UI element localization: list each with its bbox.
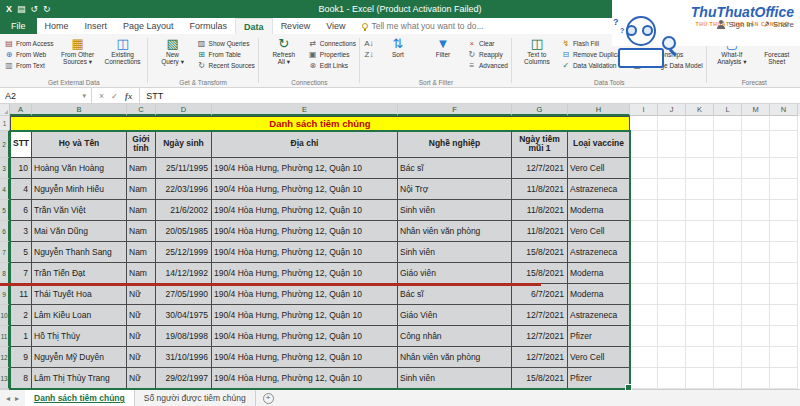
new-sheet-button[interactable]: + — [263, 393, 274, 404]
existing-connections-button[interactable]: ◫Existing Connections — [102, 36, 144, 66]
cell[interactable] — [742, 116, 770, 131]
cell[interactable]: Trần Văn Việt — [32, 200, 127, 221]
cell[interactable]: 15/8/2021 — [512, 242, 568, 263]
cell[interactable]: Bác sĩ — [398, 284, 512, 305]
cell[interactable] — [630, 221, 658, 242]
cell[interactable]: Giáo Viên — [398, 305, 512, 326]
column-header-j[interactable]: J — [658, 104, 686, 116]
refresh-all-button[interactable]: ↻Refresh All ▾ — [263, 36, 305, 66]
cell[interactable]: 190/4 Hòa Hưng, Phường 12, Quận 10 — [212, 326, 398, 347]
properties-button[interactable]: ▣Properties — [308, 50, 356, 59]
column-header-d[interactable]: D — [156, 104, 212, 116]
cell[interactable] — [686, 368, 714, 389]
cell[interactable] — [714, 221, 742, 242]
column-header-h[interactable]: H — [568, 104, 630, 116]
cell[interactable]: Nam — [127, 221, 156, 242]
row-header[interactable]: 4 — [0, 179, 10, 200]
ribbon-tab-page-layout[interactable]: Page Layout — [115, 18, 182, 34]
cell[interactable]: 2 — [10, 305, 32, 326]
cancel-icon[interactable]: × — [99, 91, 104, 101]
tell-me-box[interactable]: Tell me what you want to do... — [362, 18, 484, 34]
cell[interactable]: 190/4 Hòa Hưng, Phường 12, Quận 10 — [212, 179, 398, 200]
ribbon-tab-review[interactable]: Review — [273, 18, 319, 34]
cell[interactable]: 14/12/1992 — [156, 263, 212, 284]
column-header-g[interactable]: G — [512, 104, 568, 116]
clear-button[interactable]: ×Clear — [467, 39, 508, 48]
cell[interactable] — [714, 242, 742, 263]
cell[interactable] — [714, 305, 742, 326]
header-cell[interactable]: Nghề nghiệp — [398, 131, 512, 158]
cell[interactable]: 20/05/1985 — [156, 221, 212, 242]
cell[interactable]: Lâm Kiều Loan — [32, 305, 127, 326]
cell[interactable]: Nam — [127, 158, 156, 179]
cell[interactable] — [770, 200, 798, 221]
cell[interactable] — [714, 158, 742, 179]
column-header-i[interactable]: I — [630, 104, 658, 116]
cell[interactable] — [714, 200, 742, 221]
redo-icon[interactable]: ↻ — [43, 5, 51, 14]
column-header-m[interactable]: M — [742, 104, 770, 116]
cell[interactable]: Lâm Thị Thùy Trang — [32, 368, 127, 389]
cell[interactable]: Giáo viên — [398, 263, 512, 284]
ribbon-tab-insert[interactable]: Insert — [77, 18, 116, 34]
cell[interactable] — [770, 326, 798, 347]
cell[interactable]: Astrazeneca — [568, 242, 630, 263]
cell[interactable] — [630, 368, 658, 389]
header-cell[interactable]: STT — [10, 131, 32, 158]
cell[interactable]: 4 — [10, 179, 32, 200]
cell[interactable]: Bác sĩ — [398, 158, 512, 179]
insert-function-icon[interactable]: fx — [125, 91, 132, 101]
row-header[interactable]: 5 — [0, 200, 10, 221]
sheet-tab-so-nguoi-duoc-tiem-chung[interactable]: Số người được tiêm chủng — [135, 390, 256, 406]
cell[interactable]: 12/7/2021 — [512, 158, 568, 179]
cell[interactable] — [686, 131, 714, 158]
cell[interactable]: 6 — [10, 200, 32, 221]
cell[interactable] — [714, 368, 742, 389]
text-to-columns-button[interactable]: ◫Text to Columns — [516, 36, 558, 66]
cell[interactable] — [686, 221, 714, 242]
cell[interactable] — [630, 116, 658, 131]
cell[interactable] — [686, 200, 714, 221]
share-button[interactable]: ↗ Share — [763, 20, 794, 29]
cell[interactable]: Nữ — [127, 347, 156, 368]
cell[interactable]: Nguyễn Thanh Sang — [32, 242, 127, 263]
cell[interactable]: Mai Văn Dũng — [32, 221, 127, 242]
cell[interactable]: 5 — [10, 242, 32, 263]
cell[interactable] — [714, 347, 742, 368]
edit-links-button[interactable]: ⊗Edit Links — [308, 61, 356, 70]
cell[interactable] — [658, 368, 686, 389]
cell[interactable] — [714, 284, 742, 305]
header-cell[interactable]: Họ và Tên — [32, 131, 127, 158]
from-web-button[interactable]: ⊕From Web — [4, 50, 54, 59]
cell[interactable] — [770, 131, 798, 158]
header-cell[interactable]: Loại vaccine — [568, 131, 630, 158]
cell[interactable]: Nam — [127, 179, 156, 200]
ribbon-tab-home[interactable]: Home — [37, 18, 77, 34]
cell[interactable] — [742, 242, 770, 263]
cell[interactable] — [658, 284, 686, 305]
row-header[interactable]: 7 — [0, 242, 10, 263]
cell[interactable]: 11/8/2021 — [512, 179, 568, 200]
cell[interactable] — [686, 179, 714, 200]
cell[interactable]: 9 — [10, 347, 32, 368]
cell[interactable]: 190/4 Hòa Hưng, Phường 12, Quận 10 — [212, 242, 398, 263]
cell[interactable]: Vero Cell — [568, 158, 630, 179]
cell[interactable]: 7 — [10, 263, 32, 284]
cell[interactable]: 11 — [10, 284, 32, 305]
cell[interactable]: Moderna — [568, 200, 630, 221]
sort-asc-button[interactable]: A↓ — [364, 39, 374, 48]
cell[interactable] — [630, 131, 658, 158]
cell[interactable]: Sinh viên — [398, 368, 512, 389]
cell[interactable] — [658, 158, 686, 179]
cell[interactable] — [770, 158, 798, 179]
cell[interactable] — [686, 158, 714, 179]
cell[interactable]: Vero Cell — [568, 347, 630, 368]
cell[interactable]: 11/8/2021 — [512, 200, 568, 221]
cell[interactable] — [658, 305, 686, 326]
cell[interactable] — [630, 158, 658, 179]
row-header[interactable]: 9 — [0, 284, 10, 305]
cell[interactable]: 10 — [10, 158, 32, 179]
cell[interactable] — [686, 305, 714, 326]
cell[interactable]: Nữ — [127, 368, 156, 389]
cell[interactable] — [742, 305, 770, 326]
